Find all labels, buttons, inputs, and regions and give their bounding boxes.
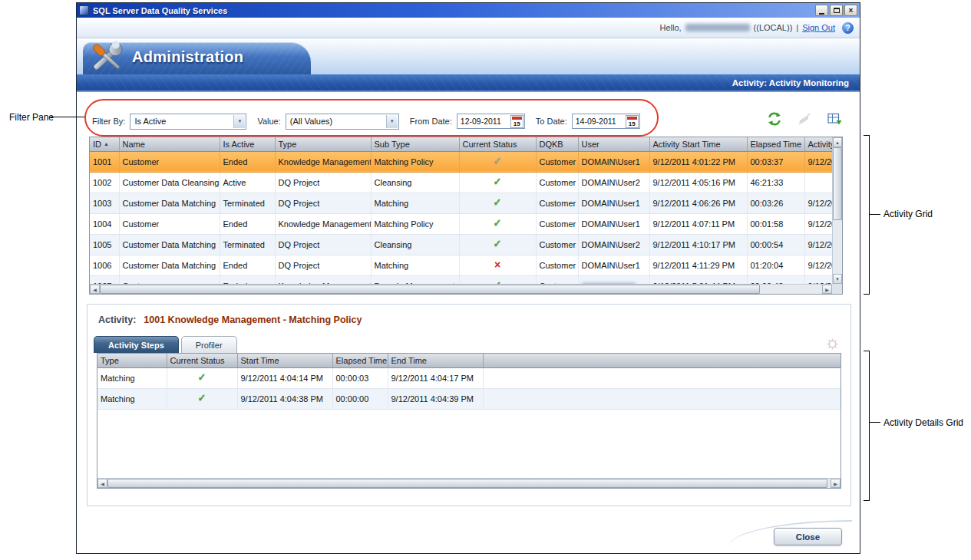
annotation-line bbox=[870, 422, 880, 423]
cell-sub_type: Cleansing bbox=[371, 234, 459, 255]
column-header[interactable]: Type bbox=[275, 137, 371, 151]
cell-status: ✓ bbox=[167, 388, 237, 409]
calendar-icon[interactable]: 15 bbox=[626, 115, 639, 128]
success-icon: ✓ bbox=[494, 196, 502, 208]
vertical-scrollbar[interactable]: ▲ ▼ bbox=[832, 137, 842, 284]
details-tabs: Activity Steps Profiler bbox=[94, 336, 237, 353]
table-row[interactable]: Matching✓9/12/2011 4:04:38 PM00:00:009/1… bbox=[97, 388, 841, 409]
cell-dqkb: Customer bbox=[536, 151, 578, 172]
chevron-down-icon[interactable]: ▼ bbox=[386, 115, 398, 128]
success-icon: ✓ bbox=[198, 392, 206, 404]
column-header[interactable]: DQKB bbox=[536, 137, 578, 151]
help-icon[interactable]: ? bbox=[842, 22, 854, 34]
cell-status: ✓ bbox=[167, 367, 237, 388]
column-header[interactable]: End Time bbox=[388, 354, 483, 367]
cell-sub_type: Cleansing bbox=[371, 172, 459, 193]
scroll-right-icon[interactable]: ▶ bbox=[822, 285, 832, 294]
table-row[interactable]: 1005Customer Data MatchingTerminatedDQ P… bbox=[90, 234, 832, 255]
cell-user: DOMAIN\User2 bbox=[578, 172, 649, 193]
table-row[interactable]: 1004CustomerEndedKnowledge ManagementMat… bbox=[90, 213, 832, 234]
cell-id: 1007 bbox=[90, 275, 119, 284]
app-icon bbox=[79, 5, 89, 15]
table-row[interactable]: 1002Customer Data CleansingActiveDQ Proj… bbox=[90, 172, 832, 193]
terminate-icon bbox=[796, 110, 813, 127]
cell-sub_type: Matching bbox=[371, 193, 459, 213]
cell-end: 9/12/2 bbox=[804, 275, 832, 284]
cell-user bbox=[578, 275, 649, 284]
sign-out-link[interactable]: Sign Out bbox=[802, 23, 835, 32]
column-header[interactable]: Sub Type bbox=[371, 137, 459, 151]
table-row[interactable]: 1003Customer Data MatchingTerminatedDQ P… bbox=[90, 193, 832, 213]
filter-by-dropdown[interactable]: Is Active ▼ bbox=[130, 114, 246, 130]
scroll-left-icon[interactable]: ◀ bbox=[97, 479, 107, 488]
scrollbar-thumb[interactable] bbox=[107, 479, 827, 488]
column-header[interactable]: Name bbox=[119, 137, 220, 151]
cell-elapsed: 00:01:58 bbox=[747, 213, 804, 234]
cell-start: 9/12/2011 4:07:11 PM bbox=[649, 213, 747, 234]
refresh-icon[interactable] bbox=[766, 110, 783, 127]
column-header[interactable]: Activity Start Time bbox=[649, 137, 747, 151]
horizontal-scrollbar[interactable]: ◀ ▶ bbox=[97, 478, 841, 488]
column-header[interactable]: Is Active bbox=[220, 137, 275, 151]
column-header[interactable]: Elapsed Time bbox=[747, 137, 804, 151]
horizontal-scrollbar[interactable]: ◀ ▶ bbox=[90, 284, 832, 294]
close-button[interactable]: Close bbox=[774, 528, 842, 545]
grid-toolbar bbox=[766, 110, 843, 127]
column-header[interactable]: Elapsed Time bbox=[332, 354, 388, 367]
table-row[interactable]: Matching✓9/12/2011 4:04:14 PM00:00:039/1… bbox=[97, 367, 841, 388]
export-icon[interactable] bbox=[826, 110, 843, 127]
column-header[interactable]: Type bbox=[97, 354, 167, 367]
table-row[interactable]: 1006Customer Data MatchingEndedDQ Projec… bbox=[90, 255, 832, 275]
value-label: Value: bbox=[257, 117, 280, 126]
chevron-down-icon[interactable]: ▼ bbox=[233, 115, 245, 128]
cell-elapsed: 01:20:04 bbox=[747, 255, 804, 275]
activity-grid: ID▲NameIs ActiveTypeSub TypeCurrent Stat… bbox=[89, 137, 843, 295]
tab-activity-steps[interactable]: Activity Steps bbox=[94, 336, 179, 353]
cell-status: ✓ bbox=[459, 172, 536, 193]
scrollbar-thumb[interactable] bbox=[100, 285, 760, 294]
cell-type: Matching bbox=[97, 388, 167, 409]
table-row[interactable]: 1007CustomerEndedKnowledge ManagementDom… bbox=[90, 275, 832, 284]
minimize-button[interactable] bbox=[815, 5, 828, 16]
tab-profiler[interactable]: Profiler bbox=[181, 336, 237, 353]
cell-is_active: Terminated bbox=[220, 234, 275, 255]
scroll-left-icon[interactable]: ◀ bbox=[90, 285, 100, 294]
maximize-button[interactable] bbox=[830, 5, 843, 16]
filter-by-value: Is Active bbox=[134, 117, 166, 126]
scroll-up-icon[interactable]: ▲ bbox=[833, 137, 842, 147]
annotation-line bbox=[51, 117, 86, 117]
gear-icon bbox=[827, 338, 838, 351]
cell-type: DQ Project bbox=[275, 172, 371, 193]
divider: | bbox=[796, 23, 798, 32]
table-row[interactable]: 1001CustomerEndedKnowledge ManagementMat… bbox=[90, 151, 832, 172]
tools-icon bbox=[84, 35, 130, 79]
cell-end: 9/12/2011 4:04:39 PM bbox=[388, 388, 483, 409]
calendar-icon[interactable]: 15 bbox=[510, 115, 523, 128]
value-dropdown[interactable]: (All Values) ▼ bbox=[286, 114, 399, 130]
cell-status: ✓ bbox=[459, 151, 536, 172]
cell-type: DQ Project bbox=[275, 234, 371, 255]
scroll-right-icon[interactable]: ▶ bbox=[831, 479, 841, 488]
cell-id: 1001 bbox=[90, 151, 119, 172]
column-header[interactable]: Start Time bbox=[237, 354, 332, 367]
column-header[interactable]: Current Status bbox=[459, 137, 536, 151]
cell-name: Customer Data Matching bbox=[119, 255, 220, 275]
cell-dqkb: Customer bbox=[536, 275, 578, 284]
cell-status: × bbox=[459, 255, 536, 275]
scrollbar-thumb[interactable] bbox=[833, 147, 842, 220]
cell-name: Customer bbox=[119, 213, 220, 234]
cell-is_active: Terminated bbox=[220, 193, 275, 213]
cell-user: DOMAIN\User2 bbox=[578, 234, 649, 255]
from-date-input[interactable]: 12-09-2011 15 bbox=[457, 114, 525, 129]
column-header[interactable]: Activity bbox=[804, 137, 832, 151]
close-window-button[interactable]: × bbox=[844, 5, 857, 16]
column-header[interactable]: User bbox=[578, 137, 649, 151]
to-date-input[interactable]: 14-09-2011 15 bbox=[572, 114, 640, 129]
column-header[interactable]: ID▲ bbox=[90, 137, 119, 151]
column-header[interactable]: Current Status bbox=[167, 354, 237, 367]
success-icon: ✓ bbox=[494, 238, 502, 249]
cell-elapsed: 46:21:33 bbox=[747, 172, 804, 193]
cell-user: DOMAIN\User1 bbox=[578, 213, 649, 234]
scroll-down-icon[interactable]: ▼ bbox=[833, 274, 842, 284]
cell-type: DQ Project bbox=[275, 193, 371, 213]
